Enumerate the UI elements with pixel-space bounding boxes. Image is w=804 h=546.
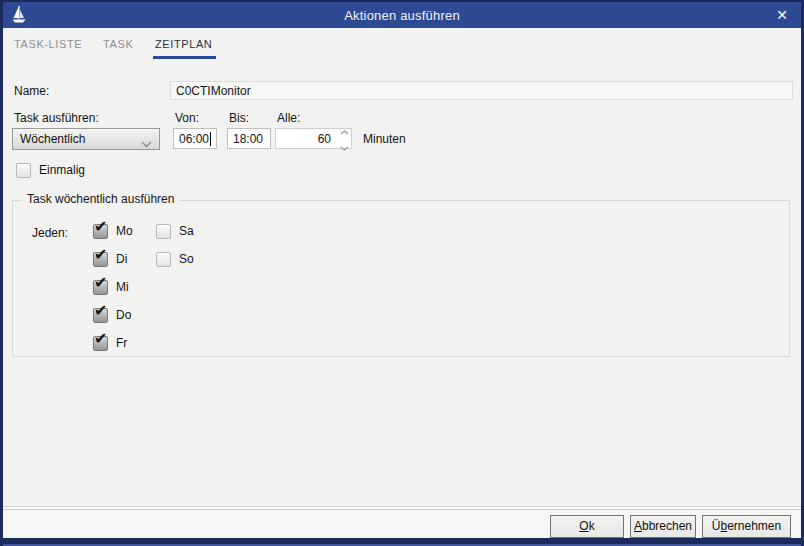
day-label: Mi xyxy=(116,280,129,294)
checkbox-box xyxy=(93,252,108,267)
checkbox-box xyxy=(93,308,108,323)
titlebar: Aktionen ausführen ✕ xyxy=(3,2,801,28)
von-label: Von: xyxy=(175,111,199,125)
tab-task-liste[interactable]: TASK-LISTE xyxy=(14,34,82,59)
checkbox-box xyxy=(156,252,171,267)
bis-label: Bis: xyxy=(229,111,249,125)
button-text: bbrechen xyxy=(642,519,692,533)
window-title: Aktionen ausführen xyxy=(3,8,801,23)
einmalig-label: Einmalig xyxy=(39,163,85,177)
uebernehmen-button[interactable]: Übernehmen xyxy=(702,515,791,538)
spinner-arrows xyxy=(337,129,351,148)
von-input[interactable]: 06:00 xyxy=(173,128,217,149)
day-checkbox-di[interactable]: Di xyxy=(93,251,127,267)
window-bottom-border xyxy=(0,538,804,546)
day-checkbox-do[interactable]: Do xyxy=(93,307,131,323)
day-label: Mo xyxy=(116,224,133,238)
dialog-window: Aktionen ausführen ✕ TASK-LISTE TASK ZEI… xyxy=(0,0,804,546)
weekly-group-box: Task wöchentlich ausführen Jeden: Mo Di … xyxy=(12,200,790,357)
name-input[interactable]: C0CTIMonitor xyxy=(170,81,793,100)
name-value: C0CTIMonitor xyxy=(176,84,251,98)
day-checkbox-fr[interactable]: Fr xyxy=(93,335,127,351)
sailboat-app-icon xyxy=(11,6,27,24)
tab-bar: TASK-LISTE TASK ZEITPLAN xyxy=(3,28,801,60)
minuten-label: Minuten xyxy=(363,132,406,146)
tab-zeitplan[interactable]: ZEITPLAN xyxy=(155,34,212,59)
spinner-up-button[interactable] xyxy=(340,124,349,138)
bis-input[interactable]: 18:00 xyxy=(227,128,271,149)
day-checkbox-mo[interactable]: Mo xyxy=(93,223,133,239)
ok-button[interactable]: Ok xyxy=(550,515,624,538)
checkbox-box xyxy=(156,224,171,239)
alle-value: 60 xyxy=(276,132,337,146)
day-label: So xyxy=(179,252,194,266)
day-checkbox-sa[interactable]: Sa xyxy=(156,223,194,239)
name-label: Name: xyxy=(14,84,49,98)
interval-selected-value: Wöchentlich xyxy=(20,132,85,146)
chevron-down-icon xyxy=(141,137,152,151)
spinner-down-button[interactable] xyxy=(340,140,349,154)
text-caret xyxy=(210,132,211,146)
interval-select[interactable]: Wöchentlich xyxy=(12,128,160,150)
close-button[interactable]: ✕ xyxy=(772,5,792,25)
alle-label: Alle: xyxy=(277,111,300,125)
abbrechen-button[interactable]: Abbrechen xyxy=(630,515,696,538)
day-label: Fr xyxy=(116,336,127,350)
jeden-label: Jeden: xyxy=(32,226,68,240)
checkbox-box xyxy=(93,336,108,351)
task-execute-label: Task ausführen: xyxy=(14,111,99,125)
checkbox-box xyxy=(93,280,108,295)
button-mnemonic: O xyxy=(579,519,588,533)
day-label: Di xyxy=(116,252,127,266)
tab-task[interactable]: TASK xyxy=(103,34,133,59)
button-mnemonic: A xyxy=(634,519,642,533)
button-text: ernehmen xyxy=(727,519,781,533)
bis-value: 18:00 xyxy=(233,132,263,146)
von-value: 06:00 xyxy=(179,132,209,146)
button-text: k xyxy=(589,519,595,533)
einmalig-checkbox[interactable]: Einmalig xyxy=(16,162,85,178)
day-checkbox-mi[interactable]: Mi xyxy=(93,279,129,295)
day-label: Do xyxy=(116,308,131,322)
alle-spinner[interactable]: 60 xyxy=(275,128,352,149)
group-box-title: Task wöchentlich ausführen xyxy=(22,192,179,206)
day-checkbox-so[interactable]: So xyxy=(156,251,194,267)
checkbox-box xyxy=(16,163,31,178)
day-label: Sa xyxy=(179,224,194,238)
checkbox-box xyxy=(93,224,108,239)
